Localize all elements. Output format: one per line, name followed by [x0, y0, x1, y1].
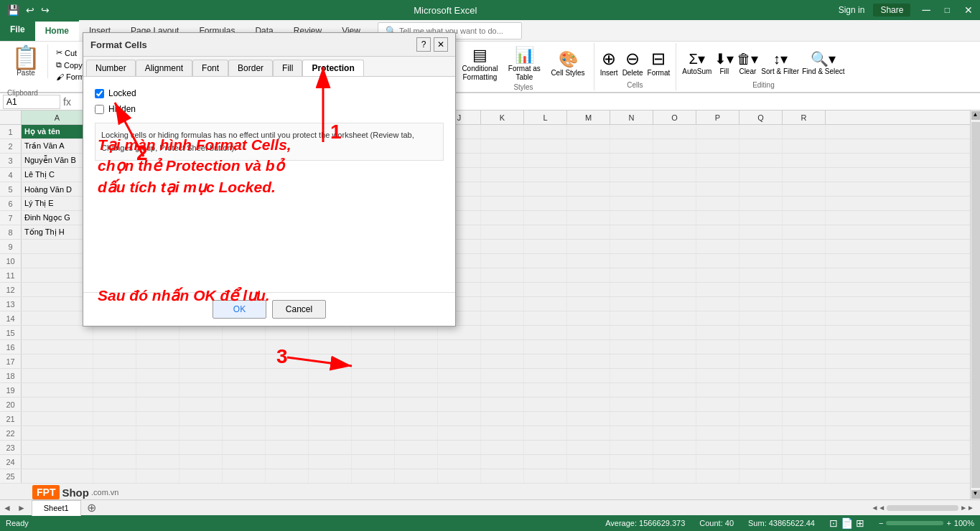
cell-15-14[interactable] [653, 326, 696, 339]
scroll-right-btn[interactable]: ► [14, 503, 29, 513]
cell-18-3[interactable] [179, 369, 223, 382]
cell-17-2[interactable] [136, 354, 179, 368]
cell-1-12[interactable] [567, 125, 610, 138]
cell-25-17[interactable] [783, 469, 826, 483]
dialog-tab-border[interactable]: Border [228, 60, 273, 76]
cell-15-1[interactable] [93, 326, 136, 339]
col-header-p[interactable]: P [696, 111, 739, 124]
cell-23-17[interactable] [783, 441, 826, 454]
cell-7-14[interactable] [653, 211, 696, 225]
cell-24-8[interactable] [395, 455, 438, 469]
cell-3-15[interactable] [696, 154, 739, 167]
zoom-out-btn[interactable]: − [879, 519, 883, 527]
cell-3-12[interactable] [567, 154, 610, 167]
cell-4-12[interactable] [567, 168, 610, 182]
cell-24-13[interactable] [610, 455, 653, 469]
page-break-view-btn[interactable]: ⊞ [856, 517, 864, 529]
bottom-scrollbar[interactable]: ◄◄ ►► [102, 504, 980, 512]
scroll-left-btn[interactable]: ◄ [0, 503, 14, 513]
cell-12-12[interactable] [567, 283, 610, 296]
cell-6-11[interactable] [524, 197, 567, 210]
cell-21-12[interactable] [567, 412, 610, 426]
dialog-cancel-btn[interactable]: Cancel [272, 300, 326, 319]
cell-25-15[interactable] [696, 469, 739, 483]
cell-22-17[interactable] [783, 426, 826, 440]
cell-14-13[interactable] [610, 311, 653, 325]
dialog-tab-number[interactable]: Number [86, 60, 136, 76]
cell-21-11[interactable] [524, 412, 567, 426]
cell-24-16[interactable] [739, 455, 783, 469]
cell-18-1[interactable] [93, 369, 136, 382]
cell-15-6[interactable] [309, 326, 352, 339]
format-cells-btn[interactable]: ⊟ Format [648, 49, 671, 77]
cell-3-10[interactable] [481, 154, 524, 167]
cell-22-16[interactable] [739, 426, 783, 440]
cell-18-0[interactable] [22, 369, 93, 382]
cell-16-14[interactable] [653, 340, 696, 354]
cell-11-11[interactable] [524, 268, 567, 282]
cell-20-4[interactable] [223, 398, 266, 411]
cell-2-15[interactable] [696, 139, 739, 153]
hidden-checkbox[interactable] [95, 105, 104, 114]
cell-24-14[interactable] [653, 455, 696, 469]
cell-7-17[interactable] [783, 211, 826, 225]
cell-1-16[interactable] [739, 125, 783, 138]
cell-23-9[interactable] [438, 441, 481, 454]
dialog-title-bar[interactable]: Format Cells ? ✕ [83, 33, 455, 57]
window-minimize[interactable]: ─ [919, 4, 933, 17]
cell-20-12[interactable] [567, 398, 610, 411]
cell-19-5[interactable] [266, 383, 309, 397]
share-btn[interactable]: Share [873, 4, 910, 17]
cell-15-5[interactable] [266, 326, 309, 339]
cell-21-4[interactable] [223, 412, 266, 426]
cell-19-0[interactable] [22, 383, 93, 397]
cell-22-12[interactable] [567, 426, 610, 440]
zoom-in-btn[interactable]: + [946, 519, 951, 527]
dialog-tab-protection[interactable]: Protection [302, 60, 363, 76]
cell-16-4[interactable] [223, 340, 266, 354]
cell-19-4[interactable] [223, 383, 266, 397]
cell-8-16[interactable] [739, 225, 783, 239]
cell-3-17[interactable] [783, 154, 826, 167]
cell-10-15[interactable] [696, 254, 739, 268]
cell-11-17[interactable] [783, 268, 826, 282]
cell-23-3[interactable] [179, 441, 223, 454]
cell-8-13[interactable] [610, 225, 653, 239]
cell-24-6[interactable] [309, 455, 352, 469]
find-select-btn[interactable]: 🔍▾ Find & Select [802, 50, 844, 75]
cell-23-0[interactable] [22, 441, 93, 454]
cell-21-5[interactable] [266, 412, 309, 426]
add-sheet-btn[interactable]: ⊕ [81, 499, 102, 516]
cell-21-1[interactable] [93, 412, 136, 426]
cell-25-6[interactable] [309, 469, 352, 483]
cell-2-10[interactable] [481, 139, 524, 153]
col-header-m[interactable]: M [567, 111, 610, 124]
cell-18-14[interactable] [653, 369, 696, 382]
cell-25-16[interactable] [739, 469, 783, 483]
cell-22-8[interactable] [395, 426, 438, 440]
col-header-o[interactable]: O [653, 111, 696, 124]
normal-view-btn[interactable]: ⊡ [829, 517, 838, 529]
cell-1-11[interactable] [524, 125, 567, 138]
cell-19-14[interactable] [653, 383, 696, 397]
cell-9-12[interactable] [567, 240, 610, 253]
cell-15-9[interactable] [438, 326, 481, 339]
cell-23-2[interactable] [136, 441, 179, 454]
cell-8-17[interactable] [783, 225, 826, 239]
cell-21-16[interactable] [739, 412, 783, 426]
cell-6-13[interactable] [610, 197, 653, 210]
cell-20-5[interactable] [266, 398, 309, 411]
cell-20-10[interactable] [481, 398, 524, 411]
cell-16-12[interactable] [567, 340, 610, 354]
cell-19-17[interactable] [783, 383, 826, 397]
cell-22-11[interactable] [524, 426, 567, 440]
cell-17-15[interactable] [696, 354, 739, 368]
cell-12-13[interactable] [610, 283, 653, 296]
cell-4-14[interactable] [653, 168, 696, 182]
cell-16-7[interactable] [352, 340, 395, 354]
cell-21-13[interactable] [610, 412, 653, 426]
cell-4-16[interactable] [739, 168, 783, 182]
cell-12-11[interactable] [524, 283, 567, 296]
cell-6-12[interactable] [567, 197, 610, 210]
quick-access-undo[interactable]: ↩ [23, 3, 37, 17]
